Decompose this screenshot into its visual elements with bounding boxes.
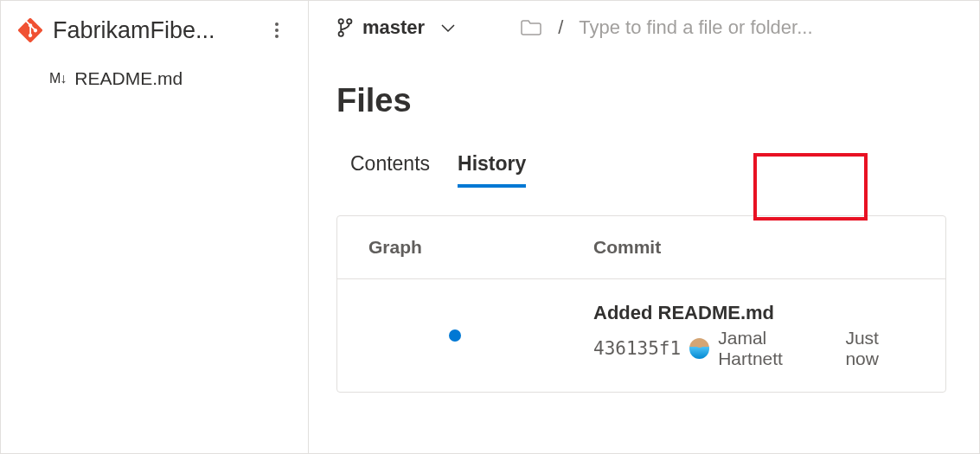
folder-icon[interactable] xyxy=(520,18,542,37)
avatar[interactable] xyxy=(689,338,709,359)
repo-header: FabrikamFibe... xyxy=(1,16,308,61)
main-content: master / Files Contents History Graph Co… xyxy=(309,1,979,453)
path-separator: / xyxy=(558,16,563,39)
sidebar: FabrikamFibe... M↓ README.md xyxy=(1,1,309,453)
graph-cell xyxy=(368,329,593,342)
page-title: Files xyxy=(336,82,951,119)
graph-dot xyxy=(449,329,461,342)
history-panel: Graph Commit Added README.md 436135f1 Ja… xyxy=(336,215,946,393)
column-header-graph: Graph xyxy=(368,237,593,258)
tab-history[interactable]: History xyxy=(444,145,540,182)
file-name: README.md xyxy=(74,68,183,89)
branch-selector[interactable]: master xyxy=(336,16,456,39)
svg-point-5 xyxy=(339,32,343,36)
repo-name[interactable]: FabrikamFibe... xyxy=(53,17,253,44)
chevron-down-icon xyxy=(440,22,456,33)
more-icon xyxy=(275,22,279,38)
more-button[interactable] xyxy=(263,16,291,44)
git-icon xyxy=(18,18,42,42)
commit-row[interactable]: Added README.md 436135f1 Jamal Hartnett … xyxy=(337,279,945,392)
svg-point-0 xyxy=(275,22,279,26)
tabs: Contents History xyxy=(336,145,951,182)
svg-point-2 xyxy=(275,35,279,38)
column-header-commit: Commit xyxy=(593,237,661,258)
commit-time: Just now xyxy=(845,328,914,369)
markdown-icon: M↓ xyxy=(49,71,66,86)
commit-hash[interactable]: 436135f1 xyxy=(593,338,681,359)
commit-author[interactable]: Jamal Hartnett xyxy=(718,328,831,369)
svg-point-3 xyxy=(339,19,343,23)
file-tree-item[interactable]: M↓ README.md xyxy=(1,61,308,96)
branch-icon xyxy=(336,17,354,38)
tab-contents[interactable]: Contents xyxy=(336,145,444,182)
svg-point-4 xyxy=(347,19,351,23)
commit-cell: Added README.md 436135f1 Jamal Hartnett … xyxy=(593,302,914,369)
commit-meta: 436135f1 Jamal Hartnett Just now xyxy=(593,328,914,369)
commit-message[interactable]: Added README.md xyxy=(593,302,914,324)
svg-point-1 xyxy=(275,29,279,32)
history-table-header: Graph Commit xyxy=(337,216,945,279)
branch-name: master xyxy=(362,16,425,39)
top-bar: master / xyxy=(336,16,951,39)
path-search-input[interactable] xyxy=(579,16,951,39)
